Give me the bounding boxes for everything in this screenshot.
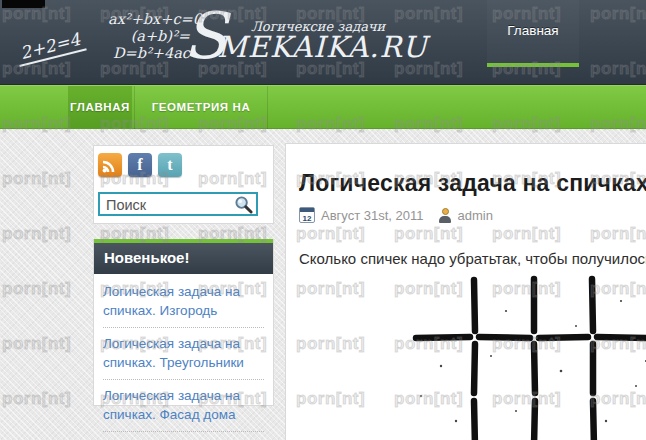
post-title: Логическая задача на спичках bbox=[299, 170, 646, 197]
social-icons-row: f t bbox=[98, 153, 182, 177]
magnifier-icon[interactable] bbox=[234, 195, 253, 214]
nav-item-home[interactable]: ГЛАВНАЯ bbox=[68, 86, 132, 129]
top-left-black-bar bbox=[2, 0, 45, 8]
formula-2plus2: 2+2=4 bbox=[14, 28, 86, 67]
rss-waves bbox=[102, 157, 118, 173]
site-logo[interactable]: S Логичексие задачи MEKAIKA.RU bbox=[183, 0, 413, 85]
sidebar-social-search-box: f t bbox=[93, 145, 274, 224]
header-nav-home-label: Главная bbox=[507, 23, 558, 38]
facebook-icon[interactable]: f bbox=[128, 153, 152, 177]
formula-column: ax²+bx+c=0 (a+b)²= D=b²+4ac bbox=[108, 11, 190, 62]
widget-link-fence[interactable]: Логическая задача на спичках. Изгородь bbox=[103, 276, 264, 328]
matchstick-grid-image bbox=[401, 271, 646, 440]
page: { "watermark": { "text": "porn[nt]" }, "… bbox=[0, 0, 646, 440]
calendar-icon: 12 bbox=[299, 207, 315, 223]
watermark-text: porn[nt] bbox=[2, 224, 71, 244]
header-nav-active-underline bbox=[487, 63, 579, 67]
post-date: Август 31st, 2011 bbox=[321, 208, 424, 223]
formula-line-3: D=b²+4ac bbox=[108, 45, 190, 62]
header-nav-home[interactable]: Главная bbox=[487, 0, 579, 67]
post-article: Логическая задача на спичках 12 Август 3… bbox=[285, 143, 646, 440]
post-meta: 12 Август 31st, 2011 admin bbox=[299, 207, 646, 223]
rss-icon[interactable] bbox=[98, 153, 122, 177]
watermark-text: porn[nt] bbox=[2, 389, 71, 409]
widget-title: Новенькое! bbox=[94, 243, 273, 274]
formula-line-2: (a+b)²= bbox=[108, 28, 190, 45]
widget-link-list: Логическая задача на спичках. Изгородь Л… bbox=[94, 274, 273, 432]
sidebar-new-widget: Новенькое! Логическая задача на спичках.… bbox=[93, 239, 274, 406]
logo-text: MEKAIKA.RU bbox=[217, 30, 428, 64]
widget-link-triangles[interactable]: Логическая задача на спичках. Треугольни… bbox=[103, 328, 264, 380]
post-body-text: Сколько спичек надо убратьтак, чтобы пол… bbox=[299, 250, 646, 267]
search-input[interactable] bbox=[100, 194, 230, 214]
site-header: 2+2=4 ax²+bx+c=0 (a+b)²= D=b²+4ac S Логи… bbox=[0, 0, 646, 85]
formula-line-1: ax²+bx+c=0 bbox=[108, 11, 190, 28]
watermark-text: porn[nt] bbox=[2, 279, 71, 299]
nav-item-geometry-matches[interactable]: ГЕОМЕТРИЯ НА СПИЧКАХ bbox=[134, 86, 268, 129]
user-icon bbox=[438, 208, 452, 223]
twitter-icon[interactable]: t bbox=[158, 153, 182, 177]
post-author[interactable]: admin bbox=[458, 208, 493, 223]
widget-link-house-facade[interactable]: Логическая задача на спичках. Фасад дома bbox=[103, 380, 264, 432]
watermark-text: porn[nt] bbox=[2, 169, 71, 189]
watermark-text: porn[nt] bbox=[2, 334, 71, 354]
main-navbar: ГЛАВНАЯ ГЕОМЕТРИЯ НА СПИЧКАХ bbox=[0, 85, 646, 129]
search-box bbox=[98, 192, 258, 216]
